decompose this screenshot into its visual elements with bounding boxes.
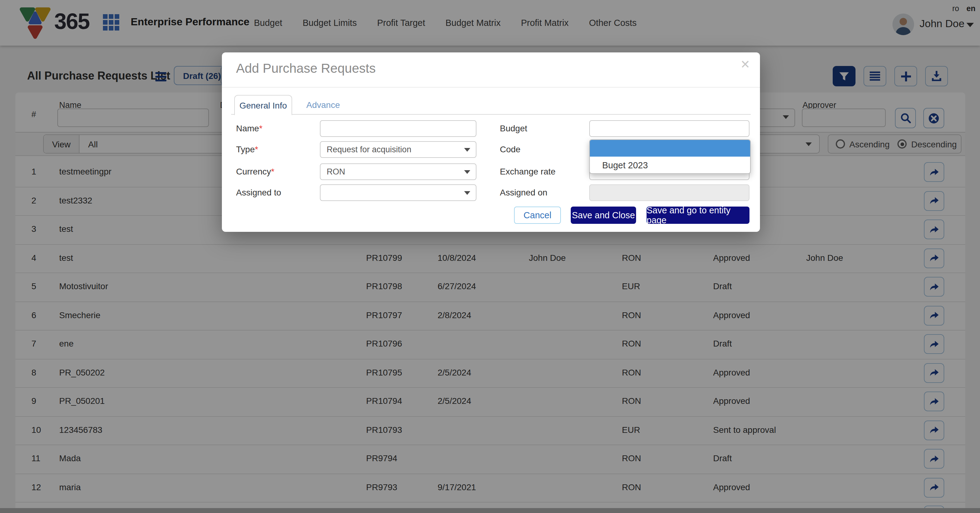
code-option-empty[interactable] (590, 140, 750, 157)
save-and-go-button[interactable]: Save and go to entity page (647, 207, 749, 224)
close-icon[interactable]: ✕ (740, 59, 750, 70)
required-asterisk: * (271, 166, 275, 176)
save-and-close-button[interactable]: Save and Close (571, 207, 636, 224)
assigned-to-label: Assigned to (236, 188, 281, 197)
exchange-rate-label: Exchange rate (500, 166, 556, 176)
add-purchase-requests-modal: Add Purchase Requests ✕ General Info Adv… (222, 53, 760, 232)
currency-select[interactable]: RON (320, 163, 476, 180)
name-label: Name* (236, 123, 262, 133)
required-asterisk: * (259, 123, 262, 133)
currency-label: Currency* (236, 166, 275, 176)
chevron-down-icon (464, 191, 470, 195)
cancel-button[interactable]: Cancel (514, 207, 561, 224)
assigned-on-label: Assigned on (500, 188, 547, 197)
modal-header-divider (222, 87, 760, 88)
type-select[interactable]: Request for acquisition (320, 141, 476, 158)
code-dropdown-panel: Buget 2023 (589, 139, 751, 174)
tab-general-info[interactable]: General Info (234, 95, 292, 115)
tab-underline (231, 114, 751, 115)
required-asterisk: * (255, 144, 258, 154)
name-field[interactable] (320, 120, 476, 137)
chevron-down-icon (464, 148, 470, 152)
budget-label: Budget (500, 123, 527, 133)
chevron-down-icon (464, 170, 470, 174)
budget-field[interactable] (589, 120, 749, 137)
modal-title: Add Purchase Requests (236, 61, 375, 76)
tab-advance[interactable]: Advance (306, 95, 340, 114)
type-label: Type* (236, 144, 258, 154)
code-option-buget-2023[interactable]: Buget 2023 (590, 157, 750, 173)
assigned-to-select[interactable] (320, 184, 476, 201)
code-label: Code (500, 144, 520, 154)
assigned-on-field (589, 184, 749, 201)
